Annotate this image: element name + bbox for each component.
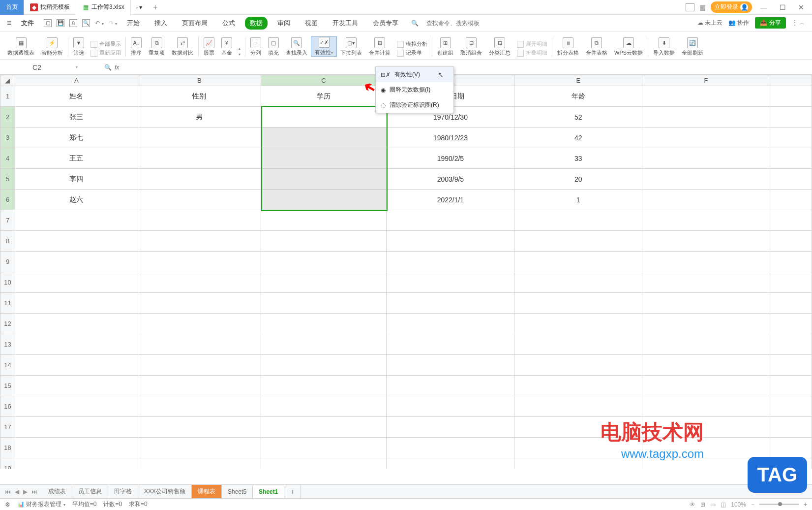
cell-D6[interactable]: 2022/1/1 (387, 190, 514, 210)
ribbon-filter[interactable]: ▼筛选 (70, 37, 88, 57)
ribbon-splitsheet[interactable]: ⫼拆分表格 (554, 37, 582, 57)
cell-B4[interactable] (138, 148, 261, 169)
ribbon-mergesheet[interactable]: ⧉合并表格 (582, 37, 611, 57)
cell-E3[interactable]: 42 (514, 128, 642, 148)
spreadsheet-grid[interactable]: ◢ A B C D E F 1 姓名 性别 学历 出生日期 年龄 2 张三 男 … (0, 75, 812, 469)
ribbon-fund[interactable]: ¥基金 (218, 37, 236, 57)
tab-layout[interactable]: 页面布局 (177, 17, 212, 30)
zoom-in-icon[interactable]: + (804, 501, 807, 508)
cell-B1[interactable]: 性别 (138, 86, 261, 107)
cell-B5[interactable] (138, 169, 261, 190)
ribbon-refresh[interactable]: 🔄全部刷新 (678, 37, 707, 57)
new-icon[interactable]: ▢ (44, 19, 52, 27)
share-button[interactable]: 📤 分享 (755, 17, 785, 29)
sheet-tab-2[interactable]: 员工信息 (72, 485, 108, 498)
row-header-17[interactable]: 17 (0, 417, 15, 438)
status-grid-icon[interactable]: ⊞ (700, 501, 705, 508)
ribbon-smart[interactable]: ⚡智能分析 (38, 37, 66, 57)
ribbon-fill[interactable]: ▢填充 (265, 37, 282, 57)
close-button[interactable]: ✕ (794, 0, 808, 14)
ribbon-stock[interactable]: 📈股票 (200, 37, 218, 57)
row-header-6[interactable]: 6 (0, 190, 15, 210)
redo-icon[interactable]: ↷ ▾ (109, 20, 117, 27)
status-settings-icon[interactable]: ⚙ (5, 501, 10, 508)
cell-B2[interactable]: 男 (138, 107, 261, 128)
row-header-5[interactable]: 5 (0, 169, 15, 190)
cell-E2[interactable]: 52 (514, 107, 642, 128)
name-box[interactable]: C2 (0, 62, 74, 73)
status-zoom[interactable]: 100% (731, 501, 746, 508)
sheet-tab-1[interactable]: 成绩表 (42, 485, 72, 498)
tab-start[interactable]: 开始 (122, 17, 145, 30)
print-icon[interactable]: ⎙ (69, 19, 77, 27)
cell-D3[interactable]: 1980/12/23 (387, 128, 514, 148)
sheet-tab-6[interactable]: Sheet5 (222, 486, 253, 498)
col-header-F[interactable]: F (642, 75, 770, 86)
row-header-14[interactable]: 14 (0, 355, 15, 376)
cell-E1[interactable]: 年龄 (514, 86, 642, 107)
menu-circle-invalid[interactable]: ◉ 圈释无效数据(I) (376, 82, 453, 97)
template-tab[interactable]: ◆ 找稻壳模板 (24, 0, 76, 15)
cell-A3[interactable]: 郑七 (15, 128, 138, 148)
minimize-button[interactable]: — (757, 0, 771, 14)
sheet-last-icon[interactable]: ⏭ (31, 488, 37, 495)
tab-data[interactable]: 数据 (245, 17, 268, 30)
cloud-icon[interactable]: ☁ 未上云 (697, 19, 722, 27)
row-header-13[interactable]: 13 (0, 334, 15, 355)
cell-A5[interactable]: 李四 (15, 169, 138, 190)
undo-icon[interactable]: ↶ ▾ (95, 20, 103, 27)
tab-more[interactable]: ▫ ▾ (131, 0, 148, 15)
ribbon-dup[interactable]: ⧉重复项 (145, 37, 168, 57)
ribbon-import[interactable]: ⬇导入数据 (650, 37, 678, 57)
ribbon-sort[interactable]: A↓排序 (127, 37, 145, 57)
cell-A2[interactable]: 张三 (15, 107, 138, 128)
cell-E5[interactable]: 20 (514, 169, 642, 190)
cell-C3[interactable] (261, 128, 387, 148)
workbook-tab[interactable]: ▦ 工作簿3.xlsx (76, 0, 131, 15)
cell-A6[interactable]: 赵六 (15, 190, 138, 210)
row-header-15[interactable]: 15 (0, 376, 15, 396)
collab-icon[interactable]: 👥 协作 (728, 19, 749, 27)
ribbon-simulate[interactable]: 模拟分析 (397, 40, 427, 48)
cell-F1[interactable] (642, 86, 770, 107)
row-header-3[interactable]: 3 (0, 128, 15, 148)
ribbon-group-btn[interactable]: ⊞创建组 (434, 37, 457, 57)
menu-clear-circles[interactable]: ◌ 清除验证标识圈(R) (376, 97, 453, 113)
sheet-prev-icon[interactable]: ◀ (15, 488, 19, 495)
ribbon-wpscloud[interactable]: ☁WPS云数据 (611, 37, 646, 57)
col-header-E[interactable]: E (514, 75, 642, 86)
ribbon-subtotal[interactable]: ⊟分类汇总 (485, 37, 514, 57)
status-layout-icon[interactable]: ▭ (710, 501, 716, 508)
tab-vip[interactable]: 会员专享 (368, 17, 403, 30)
cell-C1[interactable]: 学历 (261, 86, 387, 107)
ribbon-dropdown[interactable]: ▢▾下拉列表 (337, 37, 365, 57)
ribbon-merge[interactable]: ⊞合并计算 (365, 37, 394, 57)
maximize-button[interactable]: ☐ (776, 0, 789, 14)
preview-icon[interactable]: 🔍 (82, 19, 90, 27)
select-all-corner[interactable]: ◢ (0, 75, 15, 86)
row-header-1[interactable]: 1 (0, 86, 15, 107)
file-menu[interactable]: 文件 (16, 17, 39, 30)
tab-view[interactable]: 视图 (300, 17, 323, 30)
row-header-8[interactable]: 8 (0, 231, 15, 252)
save-icon[interactable]: 💾 (57, 19, 64, 27)
fx-label[interactable]: fx (115, 64, 119, 71)
add-sheet-button[interactable]: + (284, 485, 301, 498)
tab-review[interactable]: 审阅 (272, 17, 295, 30)
row-header-7[interactable]: 7 (0, 210, 15, 231)
menu-validity[interactable]: ⊟✗ 有效性(V) (376, 67, 453, 82)
cell-A4[interactable]: 王五 (15, 148, 138, 169)
cell-C5[interactable] (261, 169, 387, 190)
cell-E4[interactable]: 33 (514, 148, 642, 169)
apps-icon[interactable]: ▦ (699, 3, 706, 11)
status-eye-icon[interactable]: 👁 (690, 501, 695, 508)
row-header-19[interactable]: 19 (0, 458, 15, 469)
row-header-9[interactable]: 9 (0, 252, 15, 272)
status-mode-icon[interactable]: ◫ (721, 501, 726, 508)
tab-insert[interactable]: 插入 (150, 17, 172, 30)
more-menu[interactable]: ⋮ ︿ (792, 19, 805, 27)
cell-D4[interactable]: 1990/2/5 (387, 148, 514, 169)
cell-C4[interactable] (261, 148, 387, 169)
formula-input[interactable] (125, 64, 812, 71)
cell-B6[interactable] (138, 190, 261, 210)
